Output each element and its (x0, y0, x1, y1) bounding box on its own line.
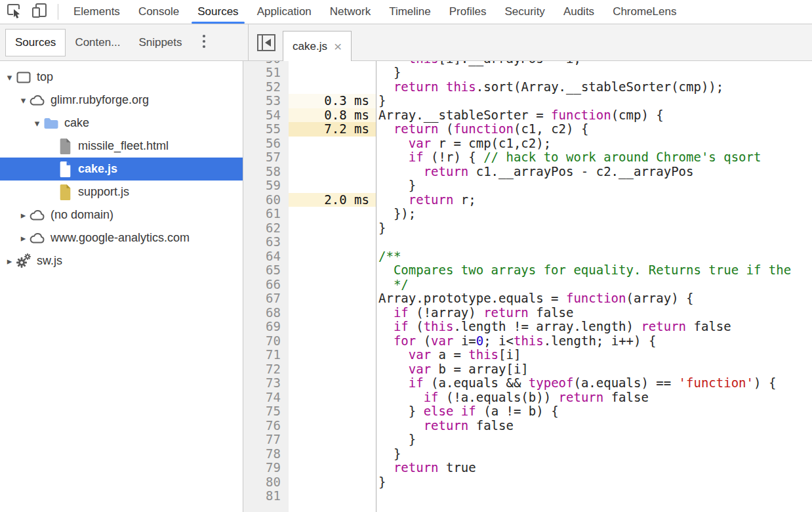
code-text[interactable]: return c1.__arrayPos - c2.__arrayPos (376, 165, 812, 179)
code-text[interactable]: } else if (a != b) { (376, 404, 812, 419)
tab-elements[interactable]: Elements (64, 0, 129, 24)
code-text[interactable]: }); (376, 207, 812, 221)
line-number[interactable]: 74 (243, 391, 289, 405)
navigator-tab-conten[interactable]: Conten... (66, 30, 129, 56)
profile-time (289, 221, 376, 236)
tab-console[interactable]: Console (129, 0, 188, 24)
line-number[interactable]: 81 (243, 489, 289, 503)
device-toolbar-button[interactable] (29, 2, 51, 22)
line-number[interactable]: 67 (243, 291, 289, 306)
code-text[interactable]: return this.sort(Array.__stableSorter(cm… (376, 80, 812, 95)
hide-navigator-button[interactable] (256, 34, 277, 54)
tree-item-cake-js[interactable]: cake.js (0, 158, 243, 181)
tree-item-sw-js[interactable]: ▸sw.js (0, 249, 243, 272)
tab-profiles[interactable]: Profiles (440, 0, 496, 24)
line-number[interactable]: 79 (243, 461, 289, 475)
code-text[interactable]: */ (376, 278, 812, 292)
tab-sources[interactable]: Sources (188, 0, 247, 24)
code-line-69: 69 if (this.length != array.length) retu… (243, 320, 812, 334)
code-text[interactable]: if (!a.equals(b)) return false (376, 391, 812, 405)
line-number[interactable]: 78 (243, 447, 289, 461)
navigator-tab-snippets[interactable]: Snippets (129, 30, 191, 56)
line-number[interactable]: 72 (243, 362, 289, 377)
code-text[interactable]: } (376, 447, 812, 461)
tab-chromelens[interactable]: ChromeLens (603, 0, 685, 24)
tree-item-glimr-rubyforge-org[interactable]: ▾glimr.rubyforge.org (0, 89, 243, 112)
code-text[interactable]: return false (376, 419, 812, 433)
line-number[interactable]: 59 (243, 179, 289, 193)
close-icon[interactable]: × (334, 39, 342, 53)
tab-timeline[interactable]: Timeline (380, 0, 440, 24)
disclosure-triangle[interactable]: ▾ (4, 72, 15, 82)
tree-item--no-domain-[interactable]: ▸(no domain) (0, 203, 243, 226)
code-text[interactable]: var a = this[i] (376, 348, 812, 362)
code-text[interactable]: } (376, 66, 812, 80)
line-number[interactable]: 75 (243, 404, 289, 419)
tree-item-cake[interactable]: ▾cake (0, 112, 243, 135)
code-text[interactable]: var b = array[i] (376, 362, 812, 377)
code-text[interactable]: } (376, 179, 812, 193)
line-number[interactable]: 57 (243, 150, 289, 165)
tree-item-missile-fleet-html[interactable]: missile_fleet.html (0, 135, 243, 158)
profile-time: 0.3 ms (289, 94, 376, 108)
line-number[interactable]: 71 (243, 348, 289, 362)
code-text[interactable]: return r; (376, 193, 812, 207)
code-text[interactable]: Array.__stableSorter = function(cmp) { (376, 108, 812, 123)
line-number[interactable]: 51 (243, 66, 289, 80)
line-number[interactable]: 60 (243, 193, 289, 207)
line-number[interactable]: 65 (243, 263, 289, 278)
line-number[interactable]: 54 (243, 108, 289, 123)
line-number[interactable]: 76 (243, 419, 289, 433)
line-number[interactable]: 56 (243, 137, 289, 151)
code-text[interactable]: Compares two arrays for equality. Return… (376, 263, 812, 278)
code-text[interactable]: } (376, 94, 812, 108)
line-number[interactable]: 69 (243, 320, 289, 334)
code-text[interactable] (376, 489, 812, 503)
line-number[interactable]: 77 (243, 433, 289, 447)
navigator-tab-sources[interactable]: Sources (5, 29, 66, 56)
line-number[interactable]: 61 (243, 207, 289, 221)
line-number[interactable]: 62 (243, 221, 289, 236)
editor-tab-cakejs[interactable]: cake.js × (283, 31, 352, 61)
line-number[interactable]: 70 (243, 334, 289, 349)
line-number[interactable]: 63 (243, 235, 289, 249)
line-number[interactable]: 73 (243, 376, 289, 391)
code-text[interactable]: for (var i=0; i<this.length; i++) { (376, 334, 812, 349)
code-text[interactable]: if (!array) return false (376, 306, 812, 320)
code-text[interactable]: return (function(c1, c2) { (376, 122, 812, 137)
line-number[interactable]: 58 (243, 165, 289, 179)
disclosure-triangle[interactable]: ▸ (18, 210, 29, 220)
overflow-menu-button[interactable] (202, 33, 206, 52)
tree-item-www-google-analytics-com[interactable]: ▸www.google-analytics.com (0, 226, 243, 249)
tree-item-support-js[interactable]: support.js (0, 181, 243, 203)
code-text[interactable]: if (a.equals && typeof(a.equals) == 'fun… (376, 376, 812, 391)
code-text[interactable]: if (!r) { // hack to work around Chrome'… (376, 150, 812, 165)
tab-security[interactable]: Security (495, 0, 554, 24)
code-text[interactable] (376, 235, 812, 249)
code-text[interactable]: /** (376, 249, 812, 264)
disclosure-triangle[interactable]: ▾ (31, 118, 43, 128)
inspect-element-button[interactable] (3, 2, 26, 22)
tab-network[interactable]: Network (321, 0, 380, 24)
code-text[interactable]: this[i].__arrayPos = i; (376, 61, 812, 66)
code-text[interactable]: } (376, 475, 812, 490)
code-text[interactable]: var r = cmp(c1,c2); (376, 137, 812, 151)
line-number[interactable]: 66 (243, 278, 289, 292)
line-number[interactable]: 55 (243, 122, 289, 137)
code-text[interactable]: if (this.length != array.length) return … (376, 320, 812, 334)
code-text[interactable]: Array.prototype.equals = function(array)… (376, 291, 812, 306)
tab-audits[interactable]: Audits (554, 0, 603, 24)
code-text[interactable]: return true (376, 461, 812, 475)
line-number[interactable]: 53 (243, 94, 289, 108)
disclosure-triangle[interactable]: ▸ (18, 233, 29, 243)
line-number[interactable]: 52 (243, 80, 289, 95)
code-text[interactable]: } (376, 433, 812, 447)
line-number[interactable]: 64 (243, 249, 289, 264)
disclosure-triangle[interactable]: ▾ (18, 95, 29, 105)
tree-item-top[interactable]: ▾top (0, 66, 243, 89)
code-text[interactable]: } (376, 221, 812, 236)
disclosure-triangle[interactable]: ▸ (4, 256, 15, 266)
line-number[interactable]: 68 (243, 306, 289, 320)
tab-application[interactable]: Application (248, 0, 321, 24)
line-number[interactable]: 80 (243, 475, 289, 490)
